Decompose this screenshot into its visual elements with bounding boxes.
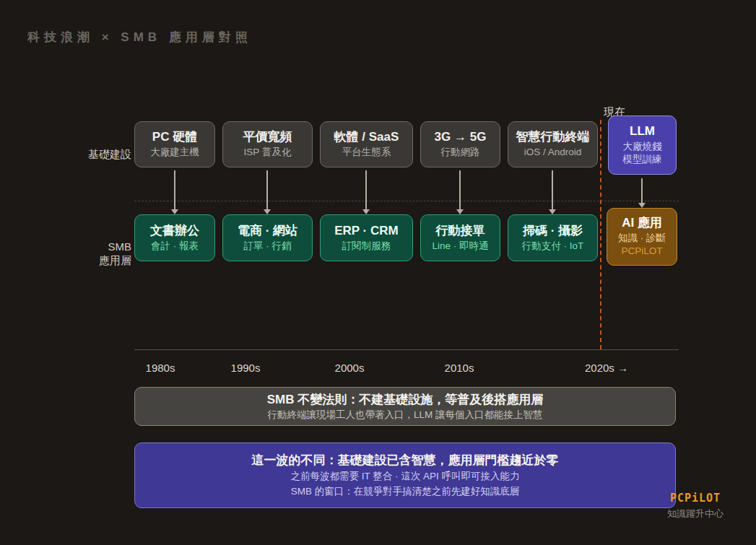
smb-rule-subtitle: 行動終端讓現場工人也帶著入口，LLM 讓每個入口都能接上智慧 (267, 409, 542, 422)
row-label-smb-app: SMB 應用層 (71, 240, 131, 268)
infra-box-smart-devices: 智慧行動終端 iOS / Android (508, 121, 598, 167)
app-box-subtitle: Line · 即時通 (432, 240, 488, 253)
axis-tick-1980s: 1980s (146, 362, 175, 374)
app-box-scan-camera: 掃碼 · 攝影 行動支付 · IoT (508, 214, 598, 261)
infra-box-subtitle: iOS / Android (524, 146, 582, 160)
app-box-title: AI 應用 (622, 215, 662, 232)
this-wave-line2: 之前每波都需要 IT 整合 · 這次 API 呼叫即可接入能力 (290, 469, 519, 484)
this-wave-title: 這一波的不同：基礎建設已含智慧，應用層門檻趨近於零 (252, 451, 559, 470)
infra-box-subtitle: 大廠燒錢 (623, 140, 662, 154)
page-title: 科技浪潮 × SMB 應用層對照 (27, 29, 252, 45)
axis-tick-2010s: 2010s (445, 362, 474, 374)
infra-box-subtitle: ISP 普及化 (244, 146, 292, 160)
infra-box-title: 軟體 / SaaS (334, 129, 399, 146)
slide-canvas: 科技浪潮 × SMB 應用層對照 基礎建設 SMB 應用層 現在 PC 硬體 大… (0, 0, 756, 545)
app-box-subtitle2: PCPiLOT (621, 245, 662, 258)
smb-rule-title: SMB 不變法則：不建基礎設施，等普及後搭應用層 (267, 391, 544, 409)
row-divider-dashed-line (134, 201, 679, 201)
app-box-subtitle: 行動支付 · IoT (522, 240, 584, 253)
this-wave-banner: 這一波的不同：基礎建設已含智慧，應用層門檻趨近於零 之前每波都需要 IT 整合 … (134, 442, 676, 508)
smb-rule-banner: SMB 不變法則：不建基礎設施，等普及後搭應用層 行動終端讓現場工人也帶著入口，… (134, 387, 676, 426)
infra-box-title: 3G → 5G (435, 129, 487, 146)
now-vertical-dashed-line (600, 120, 601, 349)
app-box-erp-crm: ERP · CRM 訂閱制服務 (320, 214, 413, 261)
brand-logo: PCPiLOT (656, 492, 735, 505)
infra-box-subtitle: 行動網路 (441, 146, 480, 160)
infra-box-saas: 軟體 / SaaS 平台生態系 (320, 121, 413, 167)
infra-box-subtitle: 平台生態系 (342, 146, 391, 160)
down-arrow-icon (552, 170, 553, 209)
axis-tick-2000s: 2000s (335, 362, 365, 374)
app-box-title: ERP · CRM (334, 223, 398, 240)
app-box-title: 行動接單 (436, 223, 485, 240)
down-arrow-icon (174, 170, 175, 209)
row-label-smb: SMB (71, 240, 131, 254)
infra-box-title: LLM (630, 123, 655, 140)
infra-box-mobile-network: 3G → 5G 行動網路 (420, 121, 500, 167)
infra-box-subtitle2: 模型訓練 (623, 153, 662, 167)
app-box-subtitle: 知識 · 診斷 (618, 232, 666, 245)
app-box-ecommerce: 電商 · 網站 訂單 · 行銷 (222, 214, 313, 261)
app-box-ai: AI 應用 知識 · 診斷 PCPiLOT (607, 208, 677, 266)
app-box-subtitle: 會計 · 報表 (151, 240, 199, 253)
down-arrow-icon (365, 170, 367, 209)
app-box-title: 掃碼 · 攝影 (523, 223, 583, 240)
infra-box-subtitle: 大廠建主機 (150, 146, 199, 160)
infra-box-pc: PC 硬體 大廠建主機 (134, 121, 215, 167)
infra-box-llm: LLM 大廠燒錢 模型訓練 (608, 115, 677, 175)
infra-box-title: PC 硬體 (152, 129, 197, 146)
app-box-office: 文書辦公 會計 · 報表 (134, 214, 215, 261)
down-arrow-icon (266, 170, 268, 209)
this-wave-line3: SMB 的窗口：在競爭對手搞清楚之前先建好知識底層 (291, 484, 520, 500)
brand-tagline: 知識躍升中心 (656, 507, 735, 520)
down-arrow-icon (459, 170, 461, 209)
app-box-mobile-orders: 行動接單 Line · 即時通 (420, 214, 500, 261)
infra-box-broadband: 平價寬頻 ISP 普及化 (222, 121, 313, 167)
axis-tick-2020s: 2020s → (585, 362, 628, 374)
row-label-app-layer: 應用層 (71, 254, 131, 268)
app-box-subtitle: 訂閱制服務 (342, 240, 391, 253)
axis-tick-1990s: 1990s (231, 362, 261, 374)
app-box-title: 電商 · 網站 (238, 223, 297, 240)
down-arrow-icon (641, 178, 643, 203)
app-box-subtitle: 訂單 · 行銷 (244, 240, 292, 253)
timeline-axis (134, 349, 679, 350)
infra-box-title: 智慧行動終端 (516, 129, 590, 146)
row-label-infrastructure: 基礎建設 (71, 148, 131, 162)
infra-box-title: 平價寬頻 (243, 129, 292, 146)
app-box-title: 文書辦公 (150, 223, 199, 240)
